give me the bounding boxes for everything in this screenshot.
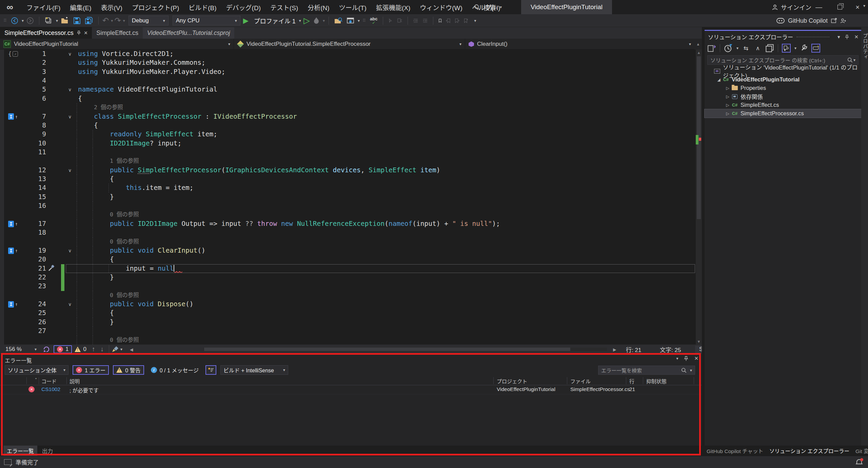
code-line[interactable]: 6{	[0, 94, 696, 103]
code-line[interactable]: 13{	[0, 175, 696, 183]
sync-icon[interactable]: ⇆	[742, 44, 750, 53]
code-text[interactable]: public ID2D1Image Output => input ?? thr…	[75, 219, 696, 228]
panel-tab-ソリューション エクスプローラー[interactable]: ソリューション エクスプローラー	[767, 446, 851, 455]
code-text[interactable]: using YukkuriMovieMaker.Player.Video;	[75, 67, 696, 76]
code-line[interactable]: 11	[0, 148, 696, 157]
hot-reload-dropdown[interactable]: ▾	[323, 18, 325, 23]
code-line[interactable]: 9readonly SimpleEffect item;	[0, 130, 696, 139]
code-line[interactable]: I↑7∨class SimpleEffectProcessor : IVideo…	[0, 112, 696, 121]
code-line[interactable]: 22}	[0, 273, 696, 282]
code-text[interactable]: 0 個の参照	[75, 291, 696, 300]
panel-tab-Git 変更[interactable]: Git 変更	[853, 446, 868, 455]
configuration-combo[interactable]: Debug▾	[129, 16, 169, 25]
fold-arrow[interactable]	[64, 291, 75, 300]
preview-selected-items-icon[interactable]	[811, 44, 820, 53]
code-line[interactable]: 14this.item = item;	[0, 183, 696, 192]
tree-item[interactable]: ◢C#VideoEffectPluginTutorial	[705, 75, 861, 84]
codelens-line[interactable]: 0 個の参照	[0, 291, 696, 300]
start-without-debug-button[interactable]: ▶	[302, 15, 311, 26]
search-button[interactable]: 検索 ▾	[474, 0, 502, 14]
fold-arrow[interactable]	[64, 264, 75, 273]
platform-combo[interactable]: Any CPU▾	[173, 16, 240, 25]
code-text[interactable]: 0 個の参照	[75, 237, 696, 246]
line-column-header[interactable]: 行	[629, 377, 634, 385]
collapse-all-icon[interactable]: ∧	[753, 44, 762, 53]
open-file-button[interactable]	[59, 15, 71, 26]
menubar-item[interactable]: テスト(S)	[265, 0, 303, 14]
code-text[interactable]: public void ClearInput()	[75, 246, 696, 255]
code-line[interactable]: 3using YukkuriMovieMaker.Player.Video;	[0, 67, 696, 76]
document-health-icon[interactable]	[43, 346, 50, 353]
redo-icon[interactable]: ↷	[114, 16, 121, 25]
project-column-header[interactable]: プロジェクト	[497, 377, 527, 385]
previous-bookmark-icon[interactable]	[445, 15, 452, 26]
code-text[interactable]: using YukkuriMovieMaker.Commons;	[75, 58, 696, 67]
document-tab[interactable]: SimpleEffectProcessor.cs×	[0, 27, 92, 39]
fold-arrow[interactable]	[64, 255, 75, 264]
clear-bookmarks-icon[interactable]	[462, 15, 470, 26]
code-text[interactable]: }	[75, 193, 696, 201]
wrench-icon[interactable]	[800, 44, 808, 53]
undo-dropdown[interactable]: ▾	[111, 18, 113, 23]
fold-arrow[interactable]	[64, 148, 75, 157]
panel-tab-エラー一覧[interactable]: エラー一覧	[3, 446, 37, 456]
fold-arrow[interactable]	[64, 318, 75, 327]
toggle-bookmark-icon[interactable]	[437, 15, 443, 26]
error-list-row[interactable]: ✕CS1002; が必要ですVideoEffectPluginTutorialS…	[0, 385, 702, 394]
fold-arrow[interactable]	[64, 336, 75, 345]
fold-arrow[interactable]	[64, 121, 75, 130]
code-line[interactable]: 15}	[0, 193, 696, 201]
code-line[interactable]: I↑19∨public void ClearInput()	[0, 246, 696, 255]
spell-check-button[interactable]: abc✓	[369, 15, 379, 26]
code-line[interactable]: I↑24∨public void Dispose()	[0, 300, 696, 309]
hscroll-thumb[interactable]	[204, 348, 570, 351]
hscroll-right-arrow[interactable]: ▸	[610, 346, 619, 353]
codelens-line[interactable]: 0 個の参照	[0, 237, 696, 246]
code-text[interactable]: readonly SimpleEffect item;	[75, 130, 696, 139]
fold-arrow[interactable]	[64, 58, 75, 67]
code-line[interactable]: 18	[0, 228, 696, 237]
code-text[interactable]	[75, 228, 696, 237]
fold-arrow[interactable]	[64, 130, 75, 139]
properties-icon[interactable]	[765, 44, 774, 53]
file-column-header[interactable]: ファイル	[570, 377, 591, 385]
fold-arrow[interactable]	[64, 67, 75, 76]
code-text[interactable]: {	[75, 309, 696, 317]
code-text[interactable]: {	[75, 255, 696, 264]
suppression-column-header[interactable]: 抑制状態	[646, 377, 667, 385]
editor-errors-badge[interactable]: ✕ 1	[54, 345, 72, 353]
code-text[interactable]	[75, 327, 696, 335]
selection-tool-icon[interactable]	[387, 15, 394, 26]
close-panel-icon[interactable]: ✕	[694, 355, 698, 362]
hscroll-left-arrow[interactable]: ◂	[127, 346, 136, 353]
fold-arrow[interactable]: ∨	[64, 166, 75, 175]
toolbar-grip[interactable]: ⠿	[3, 20, 7, 21]
fold-arrow[interactable]: ∨	[64, 50, 75, 58]
breadcrumb-member-dropdown[interactable]: ClearInput() ▾	[465, 39, 694, 50]
menubar-item[interactable]: 表示(V)	[96, 0, 127, 14]
fold-arrow[interactable]	[64, 175, 75, 183]
document-well-dropdown[interactable]: ▾	[863, 0, 865, 12]
fold-arrow[interactable]	[64, 94, 75, 103]
codelens-line[interactable]: 2 個の参照	[0, 103, 696, 112]
panel-menu-dropdown[interactable]: ▾	[676, 356, 678, 361]
tree-item[interactable]: ▷Properties	[705, 84, 861, 92]
code-text[interactable]	[75, 76, 696, 85]
file-header-suggestion-icon[interactable]: ↗	[13, 51, 18, 57]
code-line[interactable]: 20{	[0, 255, 696, 264]
sync-dropdown[interactable]: ▾	[794, 46, 796, 51]
code-line[interactable]: 4	[0, 76, 696, 85]
menubar-item[interactable]: ビルド(B)	[184, 0, 221, 14]
tree-item[interactable]: ▷依存関係	[705, 92, 861, 101]
code-text[interactable]: }	[75, 273, 696, 282]
code-cleanup-icon[interactable]	[112, 346, 120, 353]
panel-menu-dropdown[interactable]: ▾	[837, 34, 840, 40]
code-text[interactable]: using Vortice.Direct2D1;	[75, 50, 696, 58]
sync-with-active-document-icon[interactable]	[782, 44, 791, 53]
menubar-item[interactable]: ツール(T)	[334, 0, 371, 14]
decrease-indent-icon[interactable]	[412, 15, 420, 26]
code-text[interactable]: {	[75, 94, 696, 103]
panel-grip[interactable]	[796, 37, 829, 37]
editor-vertical-scrollbar[interactable]: ▲ ▼	[696, 50, 702, 345]
document-tab[interactable]: SimpleEffect.cs	[92, 27, 143, 39]
